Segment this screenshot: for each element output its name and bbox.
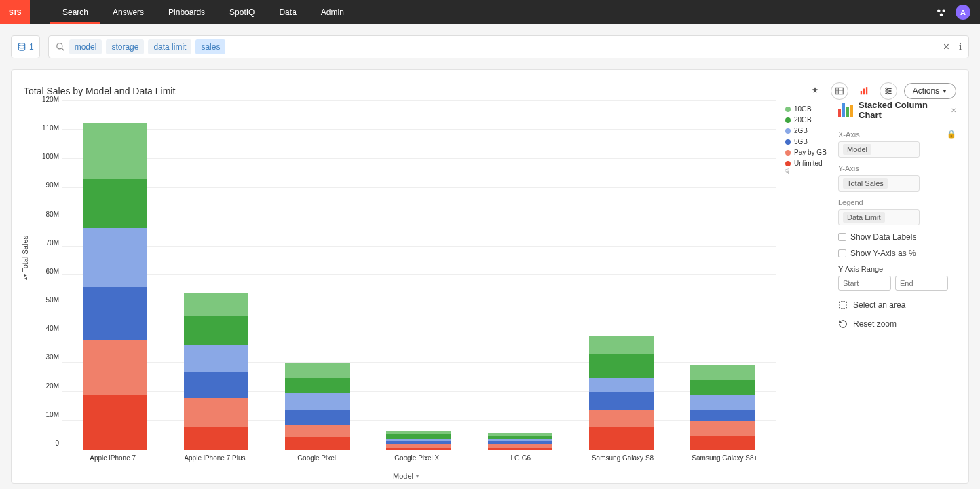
search-box[interactable]: model storage data limit sales × i (48, 35, 969, 58)
bar-segment[interactable] (285, 410, 350, 426)
bar-segment[interactable] (184, 372, 248, 398)
bar-segment[interactable] (690, 436, 755, 450)
ytick: 80M (36, 211, 62, 218)
brand-logo[interactable]: STS (0, 0, 30, 24)
bar-segment[interactable] (83, 123, 147, 179)
cfg-show-data-labels[interactable]: Show Data Labels (838, 232, 956, 242)
bar-segment[interactable] (285, 425, 350, 437)
bar-segment[interactable] (83, 340, 147, 395)
chart-config-icon[interactable] (880, 82, 897, 100)
bar-segment[interactable] (184, 398, 248, 427)
stacked-column-icon (838, 103, 853, 117)
pin-icon[interactable] (806, 82, 824, 100)
nav-item-admin[interactable]: Admin (309, 0, 356, 24)
cfg-yaxis-field[interactable]: Total Sales (838, 175, 920, 192)
bar-group[interactable] (64, 100, 166, 450)
bar-segment[interactable] (285, 393, 350, 410)
legend-item[interactable]: 20GB (785, 116, 827, 124)
bar-group[interactable] (368, 100, 469, 450)
stacked-bar (589, 336, 654, 450)
cfg-legend-label: Legend (838, 198, 956, 206)
legend-item[interactable]: 5GB (785, 138, 827, 145)
nav-item-search[interactable]: Search (50, 0, 100, 24)
nav-items: Search Answers Pinboards SpotIQ Data Adm… (50, 0, 356, 24)
nav-item-pinboards[interactable]: Pinboards (156, 0, 217, 24)
legend-item[interactable]: Pay by GB (785, 149, 827, 156)
xtick: Google Pixel (266, 450, 368, 469)
search-token-sales[interactable]: sales (195, 39, 225, 54)
yrange-start-input[interactable] (838, 276, 891, 291)
legend-item[interactable]: Unlimited (785, 160, 827, 167)
search-token-data-limit[interactable]: data limit (148, 39, 191, 54)
bar-segment[interactable] (285, 363, 350, 378)
cfg-legend-chip: Data Limit (843, 212, 885, 223)
ytick: 60M (36, 268, 62, 275)
cfg-xaxis-field[interactable]: Model (838, 141, 920, 158)
data-source-pill[interactable]: 1 (11, 35, 40, 58)
bar-segment[interactable] (83, 287, 147, 339)
xtick: LG G6 (470, 450, 571, 469)
cfg-reset-zoom[interactable]: Reset zoom (838, 319, 956, 329)
bar-segment[interactable] (184, 427, 248, 450)
bar-segment[interactable] (184, 293, 248, 316)
bar-segment[interactable] (285, 378, 350, 394)
bar-segment[interactable] (83, 179, 147, 228)
cfg-xaxis-label: X-Axis 🔒 (838, 130, 956, 139)
bar-segment[interactable] (83, 228, 147, 287)
bar-segment[interactable] (589, 354, 654, 377)
y-axis-label[interactable]: ▴▾ Total Sales (21, 236, 29, 280)
lock-icon[interactable]: 🔒 (947, 130, 956, 139)
share-icon[interactable] (935, 6, 947, 18)
bar-segment[interactable] (83, 395, 147, 450)
bar-segment[interactable] (690, 410, 755, 421)
legend-item[interactable]: 2GB (785, 127, 827, 134)
bar-segment[interactable] (589, 336, 654, 354)
stacked-bar (285, 363, 350, 450)
x-axis-label[interactable]: Model ▾ (36, 472, 776, 480)
close-icon[interactable]: ✕ (951, 107, 956, 114)
cfg-legend-field[interactable]: Data Limit (838, 209, 920, 225)
chart-bars (62, 100, 776, 450)
bar-segment[interactable] (690, 421, 755, 435)
panel-header: Total Sales by Model and Data Limit Acti… (24, 82, 956, 100)
bar-segment[interactable] (285, 437, 350, 450)
bar-group[interactable] (166, 100, 267, 450)
bar-group[interactable] (571, 100, 672, 450)
actions-button[interactable]: Actions ▼ (904, 83, 956, 99)
chart-plot[interactable]: 120M110M100M90M80M70M60M50M40M30M20M10M0… (36, 100, 776, 469)
bar-segment[interactable] (589, 392, 654, 410)
stacked-bar (83, 123, 147, 450)
chart-view-icon[interactable] (855, 82, 873, 100)
svg-rect-9 (860, 91, 861, 94)
info-icon[interactable]: i (959, 41, 962, 52)
cfg-select-area[interactable]: Select an area (838, 300, 956, 310)
bar-group[interactable] (267, 100, 368, 450)
bar-segment[interactable] (589, 378, 654, 392)
bar-segment[interactable] (690, 395, 755, 409)
legend-item[interactable]: 10GB (785, 105, 827, 113)
bar-segment[interactable] (184, 345, 248, 372)
search-token-model[interactable]: model (69, 39, 102, 54)
legend-color-dot (785, 161, 791, 166)
table-view-icon[interactable] (831, 82, 848, 100)
bar-segment[interactable] (589, 427, 654, 450)
search-token-storage[interactable]: storage (106, 39, 144, 54)
nav-item-spotiq[interactable]: SpotIQ (217, 0, 267, 24)
checkbox-icon (838, 233, 846, 241)
ytick: 10M (36, 412, 62, 418)
bar-group[interactable] (672, 100, 773, 450)
bar-segment[interactable] (690, 365, 755, 380)
cfg-show-y-pct[interactable]: Show Y-Axis as % (838, 249, 956, 258)
avatar[interactable]: A (956, 5, 970, 20)
xtick: Samsung Galaxy S8+ (674, 450, 776, 469)
bar-group[interactable] (470, 100, 571, 450)
clear-search-icon[interactable]: × (943, 41, 949, 53)
bar-segment[interactable] (184, 316, 248, 345)
stacked-bar (488, 433, 552, 450)
nav-item-data[interactable]: Data (267, 0, 308, 24)
bar-segment[interactable] (589, 410, 654, 427)
svg-point-3 (18, 43, 24, 46)
nav-item-answers[interactable]: Answers (100, 0, 156, 24)
bar-segment[interactable] (690, 380, 755, 395)
yrange-end-input[interactable] (895, 276, 948, 291)
